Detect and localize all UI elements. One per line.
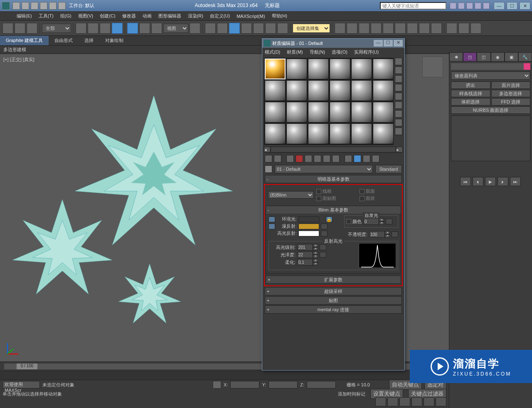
manipulate-icon[interactable] — [205, 23, 216, 34]
select-name-icon[interactable] — [88, 23, 99, 34]
matmenu-mode[interactable]: 模式(D) — [265, 49, 280, 55]
menu-rendering[interactable]: 渲染(R) — [188, 13, 203, 19]
tab-utilities-icon[interactable]: 🔧 — [518, 52, 532, 61]
btn-splineselect[interactable]: 样条线选择 — [451, 90, 490, 97]
material-slot[interactable] — [351, 123, 372, 144]
scroll-right-icon[interactable]: ▸ — [396, 147, 403, 152]
next-frame-icon[interactable]: ⏵ — [498, 177, 508, 186]
render-setup-icon[interactable] — [407, 23, 418, 34]
btn-polyselect[interactable]: 多边形选择 — [491, 90, 531, 97]
goto-end-icon[interactable]: ⏭ — [510, 177, 521, 186]
tab-objectpaint[interactable]: 对象绘制 — [99, 36, 129, 45]
scale-icon[interactable] — [151, 23, 162, 34]
viewport-label[interactable]: [+] [正交] [真实] — [3, 57, 34, 63]
show-end-icon[interactable] — [354, 155, 361, 162]
scroll-track[interactable] — [271, 147, 396, 152]
material-slot[interactable] — [286, 123, 307, 144]
material-slot[interactable] — [330, 80, 350, 101]
menu-tools[interactable]: 工具(T) — [39, 13, 54, 19]
object-name-field[interactable] — [451, 63, 524, 70]
prev-frame-icon[interactable]: ⏴ — [473, 177, 483, 186]
material-slot[interactable] — [330, 59, 350, 79]
menu-animation[interactable]: 动画 — [143, 13, 152, 19]
make-preview-icon[interactable] — [395, 101, 402, 109]
tab-graphite[interactable]: Graphite 建模工具 — [0, 36, 49, 45]
facemap-checkbox[interactable]: 面贴图 — [316, 195, 355, 202]
put-library-icon[interactable] — [323, 155, 330, 162]
ambient-color-swatch[interactable] — [298, 216, 319, 222]
play-icon[interactable]: ▶ — [485, 177, 496, 186]
material-slot[interactable] — [351, 80, 372, 101]
search-icon[interactable] — [450, 2, 456, 9]
render-icon[interactable] — [431, 23, 442, 34]
menu-customize[interactable]: 自定义(U) — [210, 13, 230, 19]
spinner-snap-icon[interactable] — [265, 23, 276, 34]
go-forward-icon[interactable] — [372, 155, 379, 162]
menu-modifiers[interactable]: 修改器 — [122, 13, 136, 19]
addtime-label[interactable]: 添加时间标记 — [338, 391, 365, 397]
scene-object-medium[interactable] — [4, 191, 121, 307]
gloss-map-button[interactable] — [320, 252, 326, 258]
material-slot[interactable] — [330, 102, 350, 123]
make-unique-icon[interactable] — [314, 155, 321, 162]
soften-spinner[interactable]: ▴▾ — [297, 259, 318, 265]
window-crossing-icon[interactable] — [112, 23, 123, 34]
undo-icon[interactable] — [40, 2, 47, 10]
ambient-lock-icon[interactable] — [268, 216, 275, 222]
diffuse-lock-icon[interactable] — [268, 224, 275, 229]
edged-faces-icon[interactable] — [277, 23, 288, 34]
tab-create-icon[interactable]: ✺ — [449, 52, 463, 61]
material-slot[interactable] — [286, 59, 307, 79]
x-input[interactable] — [230, 381, 259, 388]
menu-views[interactable]: 视图(V) — [78, 13, 94, 19]
diffuse-map-button[interactable] — [321, 224, 328, 229]
time-slider-handle[interactable]: 0 / 100 — [17, 364, 37, 369]
material-slot-01[interactable] — [265, 59, 286, 79]
menu-group[interactable]: 组(G) — [60, 13, 71, 19]
material-slot[interactable] — [373, 102, 394, 123]
selection-filter-select[interactable]: 全部 — [42, 24, 71, 33]
material-slot[interactable] — [373, 80, 394, 101]
pick-material-icon[interactable] — [265, 165, 272, 173]
fov-icon[interactable] — [411, 397, 422, 406]
move-icon[interactable] — [127, 23, 138, 34]
close-button[interactable]: ✕ — [394, 40, 403, 47]
sample-uv-icon[interactable] — [395, 84, 402, 91]
align-icon[interactable] — [347, 23, 357, 34]
new-icon[interactable] — [12, 2, 20, 10]
pan-icon[interactable] — [375, 397, 386, 406]
background-icon[interactable] — [395, 75, 402, 83]
wire-checkbox[interactable]: 线框 — [316, 188, 355, 194]
ad-lock-icon[interactable]: 🔒 — [326, 216, 332, 222]
tab-selection[interactable]: 选择 — [79, 36, 99, 45]
minimize-button[interactable]: — — [494, 2, 505, 10]
help-icon[interactable] — [483, 2, 490, 9]
subscription-icon[interactable] — [458, 2, 465, 9]
material-slot[interactable] — [351, 102, 372, 123]
selfillum-spinner[interactable]: ▴▾ — [363, 218, 384, 225]
teapot2-icon[interactable] — [458, 23, 469, 34]
orbit-icon[interactable] — [424, 397, 434, 406]
minimize-button[interactable]: — — [374, 40, 383, 47]
put-scene-icon[interactable] — [274, 155, 281, 162]
rollout-header-supersample[interactable]: +超级采样 — [265, 288, 401, 295]
modifier-list-select[interactable]: 修改器列表 — [451, 71, 530, 80]
material-slot[interactable] — [265, 102, 286, 123]
selfillum-color-checkbox[interactable]: 颜色 — [346, 219, 362, 225]
select-region-icon[interactable] — [100, 23, 111, 34]
material-slot[interactable] — [373, 59, 394, 79]
btn-extrude[interactable]: 挤出 — [451, 81, 490, 89]
btn-nurbs[interactable]: NURBS 曲面选择 — [451, 106, 530, 114]
assign-icon[interactable] — [286, 155, 294, 162]
y-input[interactable] — [268, 381, 298, 388]
material-type-button[interactable]: Standard — [375, 165, 402, 173]
matid-icon[interactable] — [395, 128, 402, 135]
tab-hierarchy-icon[interactable]: ◫ — [477, 52, 490, 61]
tab-motion-icon[interactable]: ◉ — [491, 52, 505, 61]
coord-display-icon[interactable] — [213, 381, 221, 388]
twosided-checkbox[interactable]: 双面 — [360, 188, 399, 194]
select-by-mat-icon[interactable] — [395, 119, 402, 126]
select-icon[interactable] — [76, 23, 86, 34]
keymode-icon[interactable] — [217, 23, 228, 34]
schematic-icon[interactable] — [383, 23, 394, 34]
